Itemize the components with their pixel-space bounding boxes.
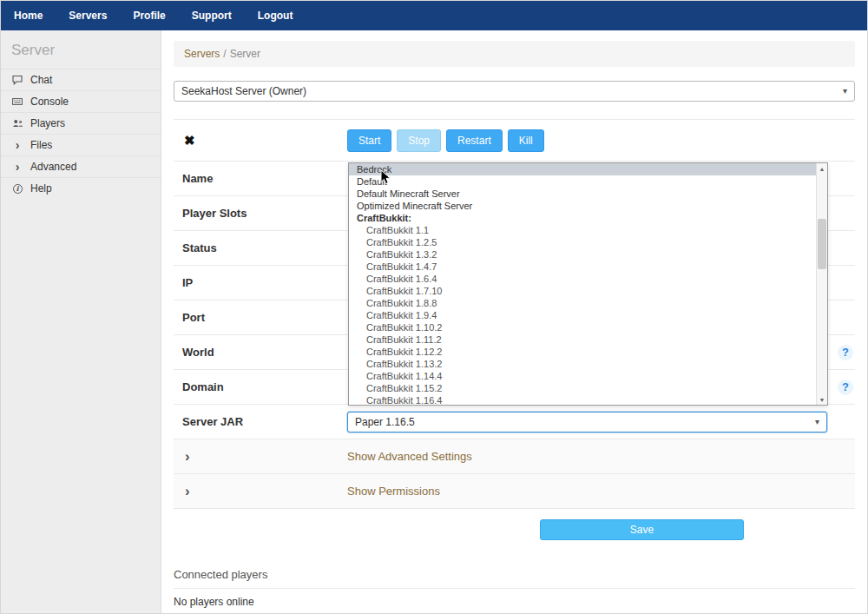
server-jar-dropdown-list: Bedrock Default Default Minecraft Server… (349, 163, 816, 405)
dropdown-item[interactable]: CraftBukkit 1.15.2 (349, 382, 816, 394)
dropdown-item[interactable]: CraftBukkit 1.8.8 (349, 297, 816, 309)
advanced-settings-toggle[interactable]: › Show Advanced Settings (174, 439, 855, 474)
chevron-down-icon: ▾ (843, 87, 847, 96)
dropdown-item[interactable]: Default (349, 175, 816, 188)
chevron-right-icon: › (174, 484, 347, 498)
field-label: Status (174, 241, 347, 254)
page: Home Servers Profile Support Logout Serv… (0, 0, 868, 614)
save-row: Save (174, 519, 855, 540)
nav-servers[interactable]: Servers (56, 1, 120, 30)
server-select-value: SeekaHost Server (Owner) (181, 85, 306, 97)
chevron-down-icon: ▾ (815, 418, 819, 426)
chevron-right-icon: › (11, 161, 23, 173)
dropdown-scrollbar[interactable]: ▲ ▼ (816, 163, 827, 405)
dropdown-item[interactable]: CraftBukkit 1.7.10 (349, 285, 816, 297)
field-label: World (174, 346, 347, 359)
sidebar-item-label: Files (30, 139, 52, 151)
sidebar-item-label: Players (30, 117, 65, 129)
dropdown-item[interactable]: CraftBukkit 1.11.2 (349, 333, 816, 346)
scroll-down-icon[interactable]: ▼ (817, 394, 827, 405)
sidebar-item-players[interactable]: Players (1, 112, 161, 134)
sidebar: Server Chat Console Players (1, 30, 161, 614)
dropdown-item[interactable]: CraftBukkit 1.9.4 (349, 309, 816, 321)
dropdown-item[interactable]: CraftBukkit 1.10.2 (349, 321, 816, 333)
sidebar-item-advanced[interactable]: › Advanced (1, 155, 161, 177)
breadcrumb-current: Server (230, 48, 260, 60)
sidebar-item-label: Chat (30, 74, 52, 86)
nav-home[interactable]: Home (1, 1, 56, 30)
field-label: Server JAR (174, 415, 347, 428)
field-label: IP (174, 276, 347, 289)
dropdown-item[interactable]: CraftBukkit 1.14.4 (349, 370, 816, 382)
dropdown-group-label: CraftBukkit: (349, 212, 816, 224)
dropdown-item[interactable]: CraftBukkit 1.16.4 (349, 394, 816, 405)
scroll-up-icon[interactable]: ▲ (817, 163, 827, 174)
start-button[interactable]: Start (347, 129, 391, 152)
sidebar-item-label: Help (30, 182, 52, 195)
permissions-label: Show Permissions (347, 485, 440, 498)
close-icon[interactable]: ✖ (182, 133, 195, 148)
advanced-settings-label: Show Advanced Settings (347, 450, 472, 463)
kill-button[interactable]: Kill (508, 129, 544, 152)
dropdown-item[interactable]: CraftBukkit 1.1 (349, 224, 816, 236)
dropdown-item[interactable]: CraftBukkit 1.12.2 (349, 346, 816, 358)
help-icon[interactable]: ? (838, 380, 853, 395)
help-icon[interactable]: ? (838, 345, 853, 360)
sidebar-item-label: Advanced (30, 161, 76, 173)
server-jar-dropdown: Bedrock Default Default Minecraft Server… (348, 162, 828, 406)
server-select[interactable]: SeekaHost Server (Owner) ▾ (174, 81, 855, 102)
console-icon (11, 96, 23, 107)
field-label: Domain (174, 380, 347, 393)
sidebar-item-help[interactable]: i Help (1, 177, 161, 199)
chat-icon (11, 75, 23, 85)
sidebar-item-console[interactable]: Console (1, 90, 161, 112)
breadcrumb-servers-link[interactable]: Servers (184, 48, 220, 60)
sidebar-title: Server (1, 30, 161, 69)
field-label: Player Slots (174, 207, 347, 220)
dropdown-item[interactable]: Default Minecraft Server (349, 188, 816, 200)
permissions-toggle[interactable]: › Show Permissions (174, 474, 855, 509)
dropdown-item[interactable]: CraftBukkit 1.2.5 (349, 236, 816, 248)
dropdown-item[interactable]: Bedrock (349, 163, 816, 175)
sidebar-item-chat[interactable]: Chat (1, 69, 161, 90)
field-label: Name (174, 172, 347, 185)
stop-button[interactable]: Stop (397, 129, 441, 152)
info-icon: i (11, 184, 23, 194)
field-label: Port (174, 311, 347, 324)
scrollbar-thumb[interactable] (818, 219, 826, 269)
toolbar-row: ✖ Start Stop Restart Kill (174, 120, 855, 162)
chevron-right-icon: › (174, 449, 347, 464)
connected-players-heading: Connected players (174, 568, 855, 589)
dropdown-item[interactable]: Optimized Minecraft Server (349, 200, 816, 212)
breadcrumb-separator: / (223, 48, 226, 60)
top-nav: Home Servers Profile Support Logout (1, 1, 867, 30)
server-jar-select-value: Paper 1.16.5 (355, 416, 415, 428)
sidebar-item-files[interactable]: › Files (1, 134, 161, 155)
nav-logout[interactable]: Logout (245, 1, 306, 30)
nav-support[interactable]: Support (179, 1, 245, 30)
restart-button[interactable]: Restart (446, 129, 503, 152)
form-row-server-jar: Server JAR Paper 1.16.5 ▾ (174, 405, 855, 439)
no-players-text: No players online (174, 596, 855, 608)
chevron-right-icon: › (11, 139, 23, 151)
sidebar-item-label: Console (30, 96, 69, 108)
dropdown-item[interactable]: CraftBukkit 1.6.4 (349, 273, 816, 285)
save-button[interactable]: Save (540, 519, 744, 540)
nav-profile[interactable]: Profile (120, 1, 178, 30)
dropdown-item[interactable]: CraftBukkit 1.4.7 (349, 261, 816, 273)
players-icon (11, 118, 23, 129)
dropdown-item[interactable]: CraftBukkit 1.3.2 (349, 248, 816, 261)
server-jar-select[interactable]: Paper 1.16.5 ▾ (347, 412, 827, 432)
dropdown-item[interactable]: CraftBukkit 1.13.2 (349, 358, 816, 370)
breadcrumb: Servers/Server (174, 41, 855, 67)
